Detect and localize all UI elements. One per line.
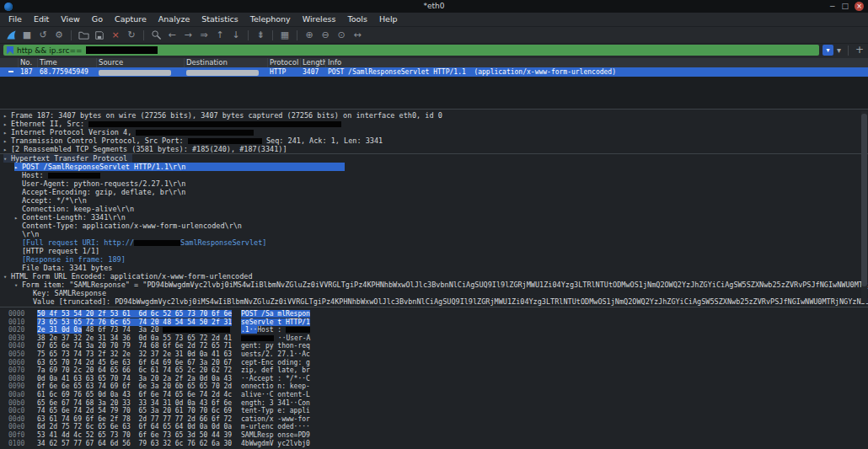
- hex-ascii[interactable]: alive··C ontent-L: [241, 391, 310, 399]
- hex-ascii[interactable]: ··User-A: [241, 334, 310, 343]
- collapsed-arrow-icon[interactable]: ▸: [3, 112, 11, 120]
- details-scrollbar-thumb[interactable]: [861, 114, 867, 286]
- expanded-arrow-icon[interactable]: ▾: [3, 273, 11, 281]
- detail-line[interactable]: ▸Frame 187: 3407 bytes on wire (27256 bi…: [0, 111, 868, 120]
- colorize-icon[interactable]: ▦: [277, 29, 292, 42]
- detail-line[interactable]: ▾Hypertext Transfer Protocol: [0, 154, 868, 163]
- hex-ascii[interactable]: uests/2. 27.1··Ac: [241, 350, 310, 359]
- detail-line[interactable]: ▾Form item: "SAMLResponse" = "PD94bWwgdm…: [0, 281, 868, 289]
- hex-bytes[interactable]: 67 65 6e 74 3a 20 70 79 74 68 6f 6e 2d 7…: [37, 342, 241, 350]
- filter-bookmark-icon[interactable]: [7, 46, 13, 55]
- zoom-reset-icon[interactable]: ⊙: [334, 29, 349, 42]
- column-header-destination[interactable]: Destination: [185, 58, 268, 67]
- resize-columns-icon[interactable]: ↔: [350, 29, 365, 42]
- hex-ascii[interactable]: .1··Host :: [241, 326, 310, 334]
- hex-bytes[interactable]: 61 6c 69 76 65 0d 0a 43 6f 6e 74 65 6e 7…: [37, 391, 241, 399]
- start-capture-icon[interactable]: [3, 29, 19, 42]
- detail-line[interactable]: [Response in frame: 189]: [0, 255, 868, 264]
- hex-ascii[interactable]: tent-Typ e: appli: [241, 407, 310, 415]
- menu-item-capture[interactable]: Capture: [109, 13, 153, 26]
- display-filter-input[interactable]: http && ip.src==: [3, 45, 819, 56]
- save-file-icon[interactable]: [92, 29, 107, 42]
- reload-icon[interactable]: ↻: [124, 29, 139, 42]
- hex-bytes[interactable]: 6f 6e 6e 65 63 74 69 6f 6e 3a 20 6b 65 6…: [37, 382, 241, 391]
- menu-item-file[interactable]: File: [3, 13, 28, 26]
- hex-row[interactable]: 005075 65 73 74 73 2f 32 2e 32 37 2e 31 …: [8, 350, 868, 359]
- hex-row[interactable]: 001073 65 53 65 72 76 6c 65 74 20 48 54 …: [8, 318, 868, 327]
- hex-bytes[interactable]: 74 65 6e 74 2d 54 79 70 65 3a 20 61 70 7…: [37, 407, 241, 415]
- detail-line[interactable]: ▸Transmission Control Protocol, Src Port…: [0, 136, 868, 145]
- hex-row[interactable]: 00f053 41 4d 4c 52 65 73 70 6f 6e 73 65 …: [8, 431, 868, 440]
- capture-options-icon[interactable]: ⚙: [51, 29, 67, 42]
- menu-item-wireless[interactable]: Wireless: [297, 13, 342, 26]
- detail-line[interactable]: ▸Ethernet II, Src:: [0, 120, 868, 128]
- hex-bytes[interactable]: 75 65 73 74 73 2f 32 2e 32 37 2e 31 0d 0…: [37, 350, 241, 359]
- hex-ascii[interactable]: cept-Enc oding: g: [241, 359, 310, 367]
- column-header-source[interactable]: Source: [97, 58, 185, 67]
- hex-ascii[interactable]: SAMLResp onse=PD9: [241, 431, 310, 440]
- menu-item-go[interactable]: Go: [86, 13, 109, 26]
- zoom-in-icon[interactable]: ⊕: [302, 29, 317, 42]
- detail-line[interactable]: Content-Type: application/x-www-form-url…: [0, 222, 868, 230]
- collapsed-arrow-icon[interactable]: ▸: [3, 120, 11, 128]
- collapsed-arrow-icon[interactable]: ▸: [14, 163, 22, 171]
- hex-ascii[interactable]: gent: py thon-req: [241, 342, 310, 350]
- hex-row[interactable]: 003038 2e 37 32 2e 31 34 36 0d 0a 55 73 …: [8, 334, 868, 343]
- menu-item-statistics[interactable]: Statistics: [196, 13, 244, 26]
- menu-item-tools[interactable]: Tools: [341, 13, 372, 26]
- hex-ascii[interactable]: onnectio n: keep-: [241, 382, 310, 391]
- column-header-time[interactable]: Time: [38, 58, 97, 67]
- filter-apply-button[interactable]: ▾: [822, 45, 833, 56]
- collapsed-arrow-icon[interactable]: ▸: [3, 129, 11, 136]
- hex-row[interactable]: 00800d 0a 41 63 63 65 70 74 3a 20 2a 2f …: [8, 375, 868, 383]
- menu-item-telephony[interactable]: Telephony: [244, 13, 297, 26]
- detail-line[interactable]: Key: SAMLResponse: [0, 289, 868, 297]
- find-packet-icon[interactable]: [148, 29, 163, 42]
- titlebar[interactable]: *eth0 −□×: [0, 0, 868, 13]
- add-filter-button[interactable]: +: [855, 45, 864, 56]
- hex-ascii[interactable]: ength: 3 341··Con: [241, 399, 310, 408]
- hex-ascii[interactable]: POST /Sa mlRespon: [241, 310, 310, 318]
- hex-bytes[interactable]: 38 2e 37 32 2e 31 34 36 0d 0a 55 73 65 7…: [37, 334, 241, 343]
- menu-item-analyze[interactable]: Analyze: [153, 13, 196, 26]
- hex-bytes[interactable]: 6d 2d 75 72 6c 65 6e 63 6f 64 65 64 0d 0…: [37, 423, 241, 431]
- hex-bytes[interactable]: 63 65 70 74 2d 45 6e 63 6f 64 69 6e 67 3…: [37, 359, 241, 367]
- detail-line[interactable]: Value [truncated]: PD94bWwgdmVyc2lvbj0iM…: [0, 297, 868, 306]
- collapsed-arrow-icon[interactable]: ▸: [3, 146, 11, 153]
- packet-list-empty-area[interactable]: [0, 77, 868, 109]
- hex-bytes[interactable]: 63 61 74 69 6f 6e 2f 78 2d 77 77 77 2d 6…: [37, 415, 241, 424]
- hex-ascii[interactable]: ··Accept : */*··C: [241, 375, 310, 383]
- hex-ascii[interactable]: cation/x -www-for: [241, 415, 310, 424]
- expanded-arrow-icon[interactable]: ▾: [3, 155, 11, 163]
- go-to-packet-icon[interactable]: ⇒: [196, 29, 212, 42]
- go-last-icon[interactable]: ↓: [228, 29, 244, 42]
- menu-item-view[interactable]: View: [55, 13, 86, 26]
- filter-dropdown-icon[interactable]: ▾: [837, 45, 841, 56]
- hex-ascii[interactable]: m-urlenc oded····: [241, 423, 310, 431]
- go-forward-icon[interactable]: →: [180, 29, 196, 42]
- menu-item-help[interactable]: Help: [373, 13, 404, 26]
- hex-row[interactable]: 00202e 31 0d 0a 48 6f 73 74 3a 20 .1··Ho…: [8, 326, 868, 334]
- hex-bytes[interactable]: 50 4f 53 54 20 2f 53 61 6d 6c 52 65 73 7…: [37, 310, 241, 318]
- column-header-info[interactable]: Info: [326, 58, 868, 67]
- column-header-no[interactable]: No.: [19, 58, 38, 67]
- hex-row[interactable]: 010034 62 57 77 67 64 6d 56 79 63 32 6c …: [8, 440, 868, 448]
- detail-line[interactable]: ▸Internet Protocol Version 4,: [0, 128, 868, 136]
- open-file-icon[interactable]: [76, 29, 91, 42]
- hex-row[interactable]: 00707a 69 70 2c 20 64 65 66 6c 61 74 65 …: [8, 366, 868, 375]
- collapsed-arrow-icon[interactable]: ▸: [14, 214, 22, 222]
- detail-line[interactable]: File Data: 3341 bytes: [0, 264, 868, 272]
- detail-line[interactable]: \r\n: [0, 230, 868, 238]
- hex-bytes[interactable]: 7a 69 70 2c 20 64 65 66 6c 61 74 65 2c 2…: [37, 366, 241, 375]
- auto-scroll-icon[interactable]: ⇟: [253, 29, 268, 42]
- hex-ascii[interactable]: seServle t HTTP/1: [241, 318, 310, 327]
- hex-row[interactable]: 006063 65 70 74 2d 45 6e 63 6f 64 69 6e …: [8, 359, 868, 367]
- detail-line[interactable]: ▾HTML Form URL Encoded: application/x-ww…: [0, 272, 868, 281]
- expanded-arrow-icon[interactable]: ▾: [14, 281, 22, 289]
- zoom-out-icon[interactable]: ⊖: [318, 29, 333, 42]
- detail-line[interactable]: ▸Content-Length: 3341\r\n: [0, 213, 868, 222]
- detail-line[interactable]: Accept: */*\r\n: [0, 196, 868, 205]
- hex-row[interactable]: 00c074 65 6e 74 2d 54 79 70 65 3a 20 61 …: [8, 407, 868, 415]
- detail-line[interactable]: Connection: keep-alive\r\n: [0, 205, 868, 213]
- detail-line[interactable]: ▸[2 Reassembled TCP Segments (3581 bytes…: [0, 145, 868, 153]
